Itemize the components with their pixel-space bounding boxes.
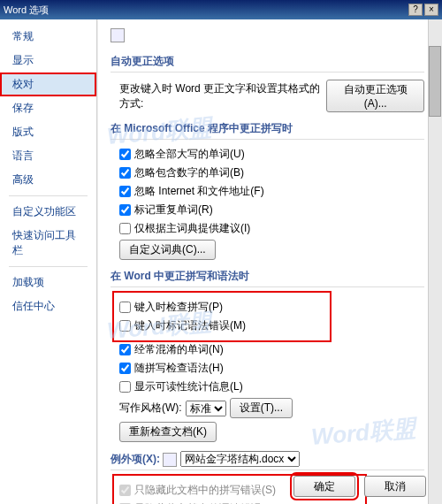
section-autocorrect: 自动更正选项 <box>110 54 424 73</box>
cb-confused-words[interactable] <box>119 344 131 355</box>
sidebar-item-layout[interactable]: 版式 <box>0 120 96 144</box>
cancel-button[interactable]: 取消 <box>364 476 426 497</box>
dialog-footer: 确定 取消 <box>293 476 426 497</box>
cb-grammar-with-spelling-label: 随拼写检查语法(H) <box>134 361 224 376</box>
help-button[interactable]: ? <box>408 4 423 16</box>
autocorrect-label: 更改键入时 Word 更正文字和设置其格式的方式: <box>119 81 323 111</box>
cb-check-spelling-typing[interactable] <box>119 302 131 313</box>
writing-style-select[interactable]: 标准 <box>186 401 226 416</box>
cb-flag-repeated[interactable] <box>119 204 131 216</box>
content-pane: Word联盟 Word联盟 Word联盟 自动更正选项 更改键入时 Word 更… <box>97 19 442 504</box>
cb-hide-spelling-doc-label: 只隐藏此文档中的拼写错误(S) <box>134 483 276 498</box>
cb-readability-stats-label: 显示可读性统计信息(L) <box>134 379 243 394</box>
settings-button[interactable]: 设置(T)... <box>230 398 293 418</box>
main-layout: 常规 显示 校对 保存 版式 语言 高级 自定义功能区 快速访问工具栏 加载项 … <box>0 19 442 504</box>
sidebar-item-addins[interactable]: 加载项 <box>0 271 96 294</box>
cb-mark-grammar-typing-label: 键入时标记语法错误(M) <box>134 318 246 333</box>
document-icon <box>163 453 177 467</box>
window-buttons: ? × <box>408 4 438 16</box>
abc-icon <box>110 28 125 42</box>
cb-ignore-numbers-label: 忽略包含数字的单词(B) <box>134 165 244 180</box>
sidebar-item-trust-center[interactable]: 信任中心 <box>0 294 96 318</box>
writing-style-label: 写作风格(W): <box>119 401 182 416</box>
cb-ignore-numbers[interactable] <box>119 167 131 179</box>
scrollbar[interactable] <box>428 19 442 504</box>
cb-grammar-with-spelling[interactable] <box>119 363 131 374</box>
sidebar-item-customize-ribbon[interactable]: 自定义功能区 <box>0 200 96 224</box>
window-title: Word 选项 <box>4 0 49 19</box>
cb-flag-repeated-label: 标记重复单词(R) <box>134 202 213 218</box>
section-office-spelling: 在 Microsoft Office 程序中更正拼写时 <box>110 121 424 140</box>
custom-dictionaries-button[interactable]: 自定义词典(C)... <box>119 240 216 260</box>
autocorrect-options-button[interactable]: 自动更正选项(A)... <box>326 80 424 112</box>
section-word-spelling: 在 Word 中更正拼写和语法时 <box>110 269 424 287</box>
cb-hide-spelling-doc[interactable] <box>119 485 131 496</box>
sidebar-item-save[interactable]: 保存 <box>0 96 96 120</box>
cb-ignore-uppercase[interactable] <box>119 149 131 160</box>
sidebar: 常规 显示 校对 保存 版式 语言 高级 自定义功能区 快速访问工具栏 加载项 … <box>0 19 97 504</box>
cb-readability-stats[interactable] <box>119 381 131 393</box>
exceptions-label: 例外项(X): <box>110 453 160 465</box>
sidebar-item-quick-access[interactable]: 快速访问工具栏 <box>0 224 96 263</box>
exceptions-file-select[interactable]: 网站金字塔结构.docx <box>180 451 300 467</box>
cb-ignore-internet-label: 忽略 Internet 和文件地址(F) <box>134 184 264 199</box>
section-exceptions: 例外项(X): 网站金字塔结构.docx <box>110 451 424 470</box>
cb-ignore-uppercase-label: 忽略全部大写的单词(U) <box>134 147 245 162</box>
ok-button[interactable]: 确定 <box>293 476 355 497</box>
cb-check-spelling-typing-label: 键入时检查拼写(P) <box>134 300 223 315</box>
sidebar-item-proofing[interactable]: 校对 <box>0 73 96 96</box>
cb-ignore-internet[interactable] <box>119 186 131 197</box>
sidebar-item-advanced[interactable]: 高级 <box>0 168 96 192</box>
cb-main-dict-only-label: 仅根据主词典提供建议(I) <box>134 221 250 236</box>
cb-main-dict-only[interactable] <box>119 223 131 234</box>
cb-mark-grammar-typing[interactable] <box>119 320 131 332</box>
cb-confused-words-label: 经常混淆的单词(N) <box>134 342 224 357</box>
sidebar-item-language[interactable]: 语言 <box>0 144 96 168</box>
titlebar: Word 选项 ? × <box>0 0 442 19</box>
sidebar-item-display[interactable]: 显示 <box>0 49 96 73</box>
recheck-document-button[interactable]: 重新检查文档(K) <box>119 422 217 442</box>
sidebar-item-general[interactable]: 常规 <box>0 25 96 49</box>
scrollbar-thumb[interactable] <box>429 46 441 117</box>
close-button[interactable]: × <box>424 4 438 16</box>
